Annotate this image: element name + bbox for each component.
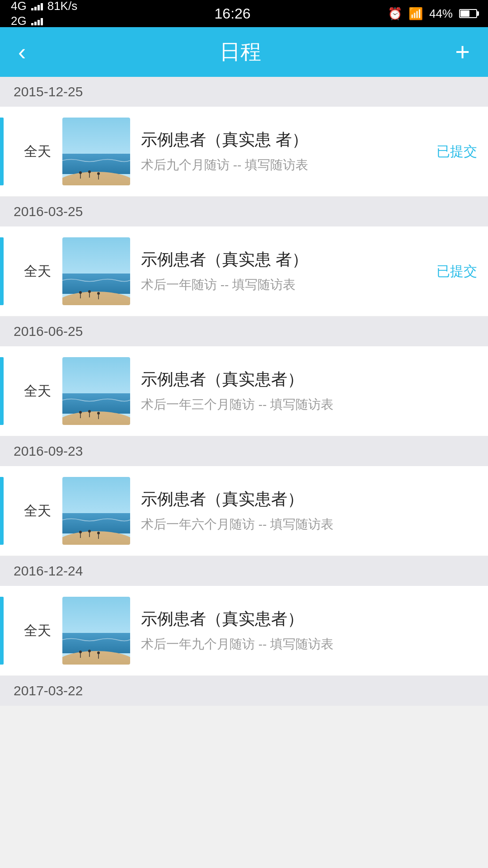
status-bar: 4G 81K/s 2G 16:26 ⏰ 📶 44% [0, 0, 488, 27]
svg-point-30 [79, 531, 82, 533]
network-info: 4G 81K/s 2G [11, 0, 77, 28]
item-content: 示例患者（真实患者）术后一年三个月随访 -- 填写随访表 [141, 368, 477, 414]
svg-point-32 [88, 530, 91, 533]
date-header: 2016-12-24 [0, 556, 488, 586]
patient-name: 示例患者（真实患者） [141, 488, 477, 510]
item-time: 全天 [13, 382, 62, 401]
4g-signal [31, 2, 43, 10]
patient-thumbnail [62, 477, 130, 545]
item-description: 术后九个月随访 -- 填写随访表 [141, 156, 429, 175]
svg-point-12 [79, 291, 82, 294]
svg-point-41 [88, 650, 91, 652]
wifi-icon: 📶 [408, 7, 423, 21]
battery-icon [459, 9, 477, 18]
svg-point-21 [79, 411, 82, 414]
item-accent-bar [0, 597, 4, 665]
patient-thumbnail [62, 357, 130, 425]
date-header: 2016-09-23 [0, 436, 488, 466]
svg-point-34 [97, 532, 100, 534]
svg-point-43 [97, 651, 100, 654]
svg-point-7 [97, 172, 100, 175]
back-button[interactable]: ‹ [18, 40, 26, 64]
page-title: 日程 [220, 38, 261, 66]
item-accent-bar [0, 477, 4, 545]
item-description: 术后一年随访 -- 填写随访表 [141, 275, 429, 294]
schedule-list: 2015-12-25全天 [0, 77, 488, 706]
svg-point-23 [88, 410, 91, 413]
patient-thumbnail [62, 118, 130, 185]
battery-percent: 44% [429, 7, 453, 21]
item-time: 全天 [13, 502, 62, 520]
4g-label: 4G [11, 0, 27, 13]
svg-rect-28 [62, 513, 130, 533]
item-time: 全天 [13, 142, 62, 161]
2g-label: 2G [11, 14, 27, 28]
item-accent-bar [0, 237, 4, 305]
svg-point-39 [79, 651, 82, 653]
add-button[interactable]: + [455, 39, 470, 65]
date-header: 2017-03-22 [0, 676, 488, 706]
item-time: 全天 [13, 622, 62, 640]
speed-label: 81K/s [47, 0, 78, 13]
svg-rect-19 [62, 393, 130, 414]
list-item[interactable]: 全天 示例患者（ [0, 226, 488, 316]
list-item[interactable]: 全天 示例患者（ [0, 107, 488, 197]
item-content: 示例患者（真实患者）术后一年六个月随访 -- 填写随访表 [141, 488, 477, 534]
item-content: 示例患者（真实患者）术后一年九个月随访 -- 填写随访表 [141, 608, 477, 654]
item-description: 术后一年九个月随访 -- 填写随访表 [141, 635, 477, 654]
date-header: 2015-12-25 [0, 77, 488, 107]
item-accent-bar [0, 118, 4, 185]
patient-name: 示例患者（真实患 者） [141, 248, 429, 271]
patient-name: 示例患者（真实患者） [141, 608, 477, 630]
item-description: 术后一年六个月随访 -- 填写随访表 [141, 515, 477, 534]
list-item[interactable]: 全天 示例患者（ [0, 346, 488, 436]
svg-point-14 [88, 290, 91, 293]
status-icons: ⏰ 📶 44% [388, 7, 477, 21]
item-content: 示例患者（真实患 者）术后一年随访 -- 填写随访表 [141, 248, 429, 294]
status-badge: 已提交 [436, 262, 477, 281]
svg-point-16 [97, 292, 100, 295]
status-badge: 已提交 [436, 142, 477, 161]
svg-rect-1 [62, 154, 130, 174]
2g-signal [31, 17, 43, 25]
header: ‹ 日程 + [0, 27, 488, 77]
svg-rect-37 [62, 633, 130, 653]
svg-point-5 [88, 170, 91, 173]
date-header: 2016-06-25 [0, 316, 488, 346]
date-header: 2016-03-25 [0, 197, 488, 226]
list-item[interactable]: 全天 示例患者（ [0, 466, 488, 556]
alarm-icon: ⏰ [388, 7, 402, 21]
item-content: 示例患者（真实患 者）术后九个月随访 -- 填写随访表 [141, 128, 429, 175]
patient-thumbnail [62, 237, 130, 305]
item-time: 全天 [13, 262, 62, 281]
patient-thumbnail [62, 597, 130, 665]
svg-rect-10 [62, 274, 130, 294]
svg-point-25 [97, 412, 100, 415]
patient-name: 示例患者（真实患 者） [141, 128, 429, 151]
item-accent-bar [0, 357, 4, 425]
list-item[interactable]: 全天 示例患者（ [0, 586, 488, 676]
item-description: 术后一年三个月随访 -- 填写随访表 [141, 395, 477, 414]
patient-name: 示例患者（真实患者） [141, 368, 477, 391]
clock: 16:26 [215, 5, 251, 22]
svg-point-3 [79, 171, 82, 174]
